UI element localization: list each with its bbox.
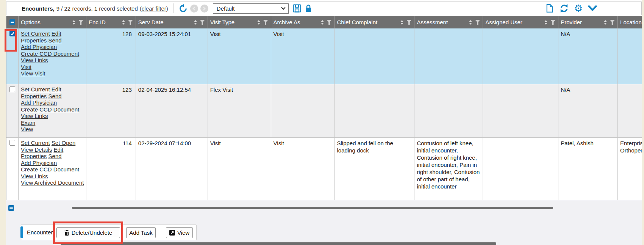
archive-as-cell xyxy=(271,84,335,137)
column-header-location[interactable]: Location xyxy=(618,16,642,28)
action-link[interactable]: Visit xyxy=(21,64,31,70)
collapse-toggle[interactable] xyxy=(8,205,14,211)
delete-undelete-button[interactable]: Delete/Undelete xyxy=(56,227,120,238)
filter-icon[interactable] xyxy=(610,20,615,25)
add-task-button[interactable]: Add Task xyxy=(126,227,156,238)
action-link[interactable]: View Links xyxy=(21,57,48,63)
row-checkbox[interactable] xyxy=(9,140,15,146)
action-link[interactable]: Send xyxy=(48,153,62,159)
filter-icon[interactable] xyxy=(128,20,133,25)
action-link[interactable]: View xyxy=(21,126,33,132)
column-header-visit-type[interactable]: Visit Type xyxy=(208,16,271,28)
table-row: Set Current Edit Properties Send Add Phy… xyxy=(6,28,642,84)
horizontal-scrollbar[interactable] xyxy=(72,207,553,209)
action-link[interactable]: Set Current xyxy=(21,140,50,146)
column-header-serv-date[interactable]: Serv Date xyxy=(136,16,208,28)
action-link[interactable]: View Details xyxy=(21,146,52,153)
save-view-icon[interactable] xyxy=(292,4,302,13)
next-page-button[interactable] xyxy=(200,5,208,13)
sort-icon[interactable] xyxy=(72,20,75,25)
action-link[interactable]: Properties xyxy=(21,93,47,99)
action-link[interactable]: Create CCD Document xyxy=(21,50,79,57)
filter-icon[interactable] xyxy=(263,20,269,25)
action-link[interactable]: View Links xyxy=(21,173,48,179)
column-header-chief-complaint[interactable]: Chief Complaint xyxy=(335,16,415,28)
action-link[interactable]: Send xyxy=(48,37,62,44)
column-header-archive-as[interactable]: Archive As xyxy=(271,16,335,28)
action-link[interactable]: Create CCD Document xyxy=(21,166,79,173)
action-link[interactable]: Send xyxy=(48,93,62,99)
select-all-checkbox[interactable] xyxy=(9,19,15,25)
sort-icon[interactable] xyxy=(469,20,472,25)
row-checkbox[interactable] xyxy=(9,31,15,36)
sort-icon[interactable] xyxy=(122,20,125,25)
undo-icon[interactable] xyxy=(178,4,188,13)
enc-id-cell: 123 xyxy=(86,84,136,137)
action-link[interactable]: Edit xyxy=(52,30,61,37)
sort-icon[interactable] xyxy=(194,20,197,25)
clear-filter-link[interactable]: (clear filter) xyxy=(140,5,168,12)
new-document-icon[interactable] xyxy=(545,3,554,13)
filter-icon[interactable] xyxy=(475,20,480,25)
action-link[interactable]: Edit xyxy=(52,86,61,93)
provider-cell: N/A xyxy=(558,28,618,84)
chief-complaint-cell: Slipped and fell on the loading dock xyxy=(335,138,415,200)
row-checkbox[interactable] xyxy=(9,86,15,92)
archive-as-cell: Visit xyxy=(271,138,335,200)
lock-icon[interactable] xyxy=(304,4,313,13)
sort-icon[interactable] xyxy=(257,20,260,25)
view-select[interactable]: Default xyxy=(213,3,289,14)
action-link[interactable]: View Links xyxy=(21,113,48,119)
serv-date-cell: 02-04-2025 16:12:54 xyxy=(136,84,208,137)
action-link[interactable]: Create CCD Document xyxy=(21,106,79,113)
column-header-provider[interactable]: Provider xyxy=(558,16,618,28)
horizontal-scrollbar[interactable] xyxy=(61,242,496,245)
action-link[interactable]: Exam xyxy=(21,119,35,126)
action-link[interactable]: Set Current xyxy=(21,30,50,37)
action-link[interactable]: Set Open xyxy=(52,140,75,146)
minus-icon xyxy=(11,22,14,23)
collapse-panel-chevron-icon[interactable] xyxy=(588,4,597,13)
view-button[interactable]: View xyxy=(166,227,193,238)
action-link[interactable]: Add Physician xyxy=(21,160,57,166)
visit-type-cell: Visit xyxy=(208,28,271,84)
enc-id-cell: 114 xyxy=(86,138,136,200)
action-link[interactable]: Properties xyxy=(21,153,47,159)
filter-icon[interactable] xyxy=(200,20,205,25)
filter-icon[interactable] xyxy=(406,20,412,25)
serv-date-cell: 09-03-2025 15:24:01 xyxy=(136,28,208,84)
action-link[interactable]: View Visit xyxy=(21,70,45,77)
sort-icon[interactable] xyxy=(400,20,403,25)
action-link[interactable]: Add Physician xyxy=(21,44,57,50)
enc-id-cell: 128 xyxy=(86,28,136,84)
visit-type-cell: Flex Visit xyxy=(208,84,271,137)
chief-complaint-cell xyxy=(335,28,415,84)
column-header-assessment[interactable]: Assessment xyxy=(414,16,483,28)
assigned-user-cell xyxy=(483,28,558,84)
minus-icon xyxy=(9,207,13,209)
toolbar: Encounters, 9 / 22 records, 1 record sel… xyxy=(6,2,642,15)
refresh-icon[interactable] xyxy=(559,3,569,13)
previous-page-button[interactable] xyxy=(190,5,198,13)
filter-icon[interactable] xyxy=(327,20,332,25)
sort-icon[interactable] xyxy=(321,20,324,25)
sort-icon[interactable] xyxy=(604,20,607,25)
chief-complaint-cell xyxy=(335,84,415,137)
assigned-user-cell xyxy=(483,84,558,137)
column-header-options[interactable]: Options xyxy=(19,16,86,28)
table-header-row: Options Enc ID Serv Date Visit Type Arch xyxy=(6,16,642,28)
action-link[interactable]: Properties xyxy=(21,37,47,44)
sort-icon[interactable] xyxy=(544,20,547,25)
filter-icon[interactable] xyxy=(550,20,556,25)
column-header-enc-id[interactable]: Enc ID xyxy=(86,16,136,28)
action-link[interactable]: Set Current xyxy=(21,86,50,93)
gear-icon[interactable]: ⚙ xyxy=(574,3,583,13)
chevron-left-icon xyxy=(193,6,197,10)
row-checkbox-cell xyxy=(6,138,19,200)
action-link[interactable]: Edit xyxy=(53,146,63,153)
filter-icon[interactable] xyxy=(78,20,84,25)
action-link[interactable]: View Archived Document xyxy=(21,179,84,186)
action-link[interactable]: Add Physician xyxy=(21,99,57,106)
chevron-down-icon xyxy=(281,5,285,9)
column-header-assigned-user[interactable]: Assigned User xyxy=(483,16,558,28)
